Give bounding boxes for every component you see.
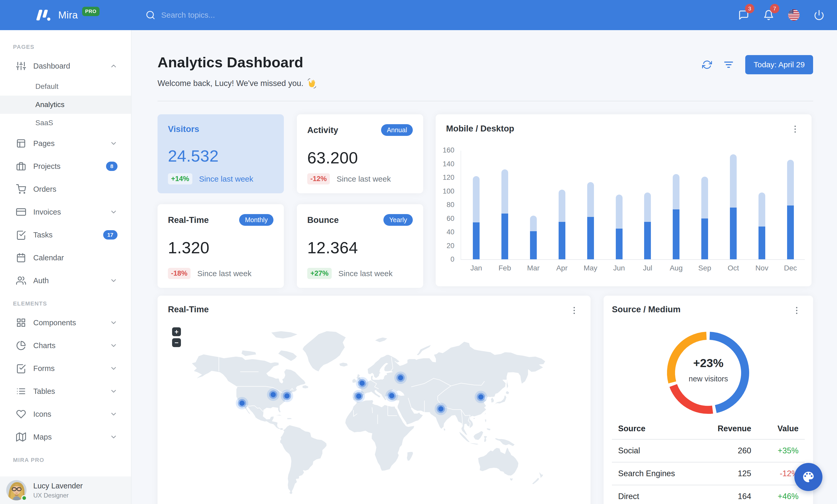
sidebar-item-calendar[interactable]: Calendar (0, 246, 131, 269)
sliders-icon (16, 61, 26, 71)
y-tick-label: 40 (447, 228, 455, 236)
filter-button[interactable] (718, 59, 740, 70)
sidebar-item-maps[interactable]: Maps (0, 426, 131, 448)
sidebar-subitem-default[interactable]: Default (0, 77, 131, 96)
chevron-down-icon (110, 139, 118, 147)
users-icon (16, 276, 26, 285)
sidebar-item-auth[interactable]: Auth (0, 269, 131, 292)
sidebar-section-header: Elements (0, 292, 131, 311)
stat-value: 24.532 (168, 147, 273, 165)
sidebar-item-label: Pages (33, 139, 110, 148)
y-tick-label: 160 (443, 146, 455, 154)
stat-period-pill[interactable]: Yearly (384, 214, 413, 226)
stat-caption: Since last week (338, 269, 392, 278)
source-table-row: Direct164+46% (612, 485, 805, 504)
messages-button[interactable]: 3 (738, 10, 749, 20)
search-input[interactable] (160, 10, 316, 20)
card-menu-button[interactable] (569, 305, 579, 315)
stat-title: Visitors (168, 124, 199, 134)
navbar-actions: 3 7 (738, 10, 837, 21)
bar-mobile-apr (558, 222, 565, 259)
chevron-down-icon (110, 365, 118, 372)
notifications-button[interactable]: 7 (763, 10, 774, 20)
top-navbar: Mira PRO 3 7 (0, 0, 837, 30)
sidebar-item-charts[interactable]: Charts (0, 334, 131, 357)
source-table-body: Social260+35%Search Engines125-12%Direct… (612, 439, 805, 504)
sidebar-item-pages[interactable]: Pages (0, 132, 131, 155)
logout-button[interactable] (814, 10, 824, 20)
welcome-text: Welcome back, Lucy! We've missed you. (158, 79, 303, 88)
card-title: Real-Time (168, 304, 209, 314)
map-zoom-out-button[interactable]: − (172, 338, 181, 347)
bar-desktop-jun (616, 194, 623, 229)
stat-footer: -12%Since last week (307, 173, 391, 184)
language-button[interactable] (788, 10, 800, 21)
sidebar-item-tables[interactable]: Tables (0, 380, 131, 403)
theme-settings-fab[interactable] (795, 463, 822, 491)
today-button[interactable]: Today: April 29 (745, 55, 813, 74)
x-tick-label: Jan (470, 264, 482, 272)
bar-desktop-may (587, 182, 594, 217)
world-map (158, 296, 591, 504)
source-table: Source Revenue Value Social260+35%Search… (612, 418, 805, 504)
sidebar-item-label: Forms (33, 364, 110, 373)
sidebar-item-label: Orders (33, 185, 118, 193)
sidebar-item-projects[interactable]: Projects8 (0, 155, 131, 178)
bar-mobile-sep (701, 219, 708, 260)
bar-mobile-oct (730, 208, 737, 260)
sidebar-subitem-saas[interactable]: SaaS (0, 114, 131, 132)
sidebar-item-components[interactable]: Components (0, 311, 131, 334)
col-value: Value (758, 418, 805, 439)
shopping-cart-icon (16, 184, 26, 194)
cell-source: Social (612, 439, 700, 462)
bar-mobile-jul (644, 222, 651, 259)
sidebar-user[interactable]: Lucy Lavender UX Designer (0, 477, 131, 504)
y-tick-label: 0 (450, 255, 455, 263)
header-divider (158, 101, 813, 101)
chevron-down-icon (110, 433, 118, 441)
y-tick-label: 140 (443, 160, 455, 168)
stat-caption: Since last week (337, 174, 391, 183)
bar-desktop-jan (473, 176, 480, 223)
cell-revenue: 164 (700, 485, 758, 504)
stat-title: Bounce (307, 215, 339, 225)
stat-card-visitors: Visitors24.532+14%Since last week (158, 114, 284, 193)
sidebar-item-invoices[interactable]: Invoices (0, 201, 131, 223)
donut-segment-search-engines (673, 386, 712, 410)
y-tick-label: 120 (443, 173, 455, 182)
brand-name: Mira (58, 10, 78, 21)
bar-desktop-nov (759, 192, 765, 226)
donut-center-text: +23% new visitors (604, 356, 813, 383)
sidebar-item-forms[interactable]: Forms (0, 357, 131, 380)
refresh-button[interactable] (696, 60, 718, 70)
stat-caption: Since last week (197, 269, 251, 278)
stat-period-pill[interactable]: Annual (381, 124, 413, 136)
map-zoom-in-button[interactable]: + (172, 327, 181, 336)
stat-card-real-time: Real-TimeMonthly1.320-18%Since last week (158, 204, 284, 288)
stat-footer: -18%Since last week (168, 268, 251, 279)
sidebar-subitem-analytics[interactable]: Analytics (0, 96, 131, 114)
stat-period-pill[interactable]: Monthly (239, 214, 273, 226)
messages-count-badge: 3 (745, 4, 754, 13)
palette-icon (801, 470, 815, 484)
sidebar-item-tasks[interactable]: Tasks17 (0, 223, 131, 246)
sidebar-item-dashboard[interactable]: Dashboard (0, 55, 131, 77)
cell-revenue: 260 (700, 439, 758, 462)
source-table-header-row: Source Revenue Value (612, 418, 805, 439)
stat-caption: Since last week (199, 174, 253, 183)
y-tick-label: 60 (447, 214, 455, 222)
sidebar-item-label: Maps (33, 433, 110, 442)
bar-mobile-may (587, 217, 594, 259)
stat-footer: +14%Since last week (168, 173, 253, 184)
bar-desktop-jul (644, 192, 651, 222)
brand[interactable]: Mira PRO (0, 9, 131, 21)
stat-title: Real-Time (168, 215, 209, 225)
stacked-bar-chart: 020406080100120140160JanFebMarAprMayJunJ… (436, 114, 812, 286)
x-tick-label: Nov (755, 264, 768, 272)
bar-desktop-mar (530, 216, 537, 231)
sidebar-item-icons[interactable]: Icons (0, 403, 131, 426)
bar-desktop-feb (501, 169, 508, 214)
sidebar-item-orders[interactable]: Orders (0, 178, 131, 201)
bar-desktop-sep (701, 177, 708, 218)
layout-icon (16, 138, 26, 148)
